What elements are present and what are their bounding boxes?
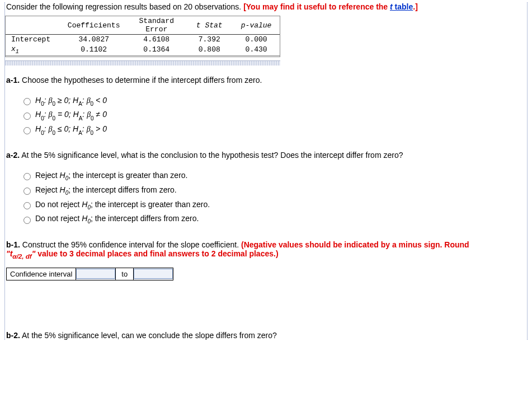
ci-lower-input[interactable] bbox=[76, 269, 115, 279]
col-pvalue: p-value bbox=[233, 16, 280, 35]
a2-option-label: Reject H0; the intercept differs from ze… bbox=[35, 185, 177, 196]
a1-option-label: H0: β0 = 0; HA: β0 ≠ 0 bbox=[35, 110, 107, 120]
a2-radio-4[interactable] bbox=[23, 217, 31, 224]
table-scroll-indicator bbox=[5, 60, 280, 66]
confidence-interval-table: Confidence interval to bbox=[6, 268, 173, 280]
col-stderr: Standard Error bbox=[127, 16, 186, 35]
a2-option-4[interactable]: Do not reject H0; the intercept differs … bbox=[21, 214, 527, 224]
a2-radio-2[interactable] bbox=[23, 188, 31, 195]
col-tstat: t Stat bbox=[186, 16, 233, 35]
cell-t: 0.808 bbox=[186, 44, 233, 55]
row-label-intercept: Intercept bbox=[6, 35, 60, 45]
row-label-x1: x1 bbox=[6, 44, 60, 55]
table-row: x1 0.1102 0.1364 0.808 0.430 bbox=[6, 44, 280, 55]
a1-radio-2[interactable] bbox=[23, 113, 31, 120]
a2-radio-3[interactable] bbox=[23, 202, 31, 209]
cell-coef: 0.1102 bbox=[60, 44, 127, 55]
a1-option-label: H0: β0 ≤ 0; HA: β0 > 0 bbox=[35, 124, 107, 135]
cell-se: 0.1364 bbox=[127, 44, 186, 55]
col-coefficients: Coefficients bbox=[60, 16, 127, 35]
a1-options: H0: β0 ≥ 0; HA: β0 < 0 H0: β0 = 0; HA: β… bbox=[21, 96, 527, 135]
a2-radio-1[interactable] bbox=[23, 173, 31, 180]
a2-option-2[interactable]: Reject H0; the intercept differs from ze… bbox=[21, 185, 527, 196]
cell-coef: 34.0827 bbox=[60, 35, 127, 45]
cell-se: 4.6108 bbox=[127, 35, 186, 45]
ci-upper-input[interactable] bbox=[134, 269, 173, 279]
a2-option-1[interactable]: Reject H0; the intercept is greater than… bbox=[21, 171, 527, 181]
cell-p: 0.430 bbox=[233, 44, 280, 55]
a2-option-label: Do not reject H0; the intercept is great… bbox=[35, 200, 210, 210]
a1-option-2[interactable]: H0: β0 = 0; HA: β0 ≠ 0 bbox=[21, 110, 527, 120]
ci-label: Confidence interval bbox=[7, 268, 76, 280]
a1-radio-3[interactable] bbox=[23, 127, 31, 134]
b1-prompt: b-1. Construct the 95% confidence interv… bbox=[5, 240, 527, 260]
hint-text: [You may find it useful to reference the… bbox=[243, 2, 418, 11]
intro-sentence: Consider the following regression result… bbox=[6, 2, 243, 11]
a1-prompt: a-1. Choose the hypotheses to determine … bbox=[5, 76, 527, 85]
a1-option-3[interactable]: H0: β0 ≤ 0; HA: β0 > 0 bbox=[21, 124, 527, 135]
a2-option-3[interactable]: Do not reject H0; the intercept is great… bbox=[21, 200, 527, 210]
b2-prompt: b-2. At the 5% significance level, can w… bbox=[5, 331, 527, 340]
t-table-link[interactable]: t table bbox=[390, 2, 413, 11]
cell-t: 7.392 bbox=[186, 35, 233, 45]
a1-option-label: H0: β0 ≥ 0; HA: β0 < 0 bbox=[35, 96, 107, 106]
regression-table: Coefficients Standard Error t Stat p-val… bbox=[6, 16, 280, 55]
cell-p: 0.000 bbox=[233, 35, 280, 45]
intro-text: Consider the following regression result… bbox=[5, 2, 527, 15]
a2-option-label: Do not reject H0; the intercept differs … bbox=[35, 214, 199, 224]
a2-option-label: Reject H0; the intercept is greater than… bbox=[35, 171, 188, 181]
a1-option-1[interactable]: H0: β0 ≥ 0; HA: β0 < 0 bbox=[21, 96, 527, 106]
a2-options: Reject H0; the intercept is greater than… bbox=[21, 171, 527, 224]
question-container: Consider the following regression result… bbox=[4, 2, 528, 340]
ci-to-label: to bbox=[116, 268, 134, 280]
a2-prompt: a-2. At the 5% significance level, what … bbox=[5, 151, 527, 160]
a1-radio-1[interactable] bbox=[23, 98, 31, 105]
regression-table-wrap: Coefficients Standard Error t Stat p-val… bbox=[5, 16, 280, 57]
table-row: Intercept 34.0827 4.6108 7.392 0.000 bbox=[6, 35, 280, 45]
